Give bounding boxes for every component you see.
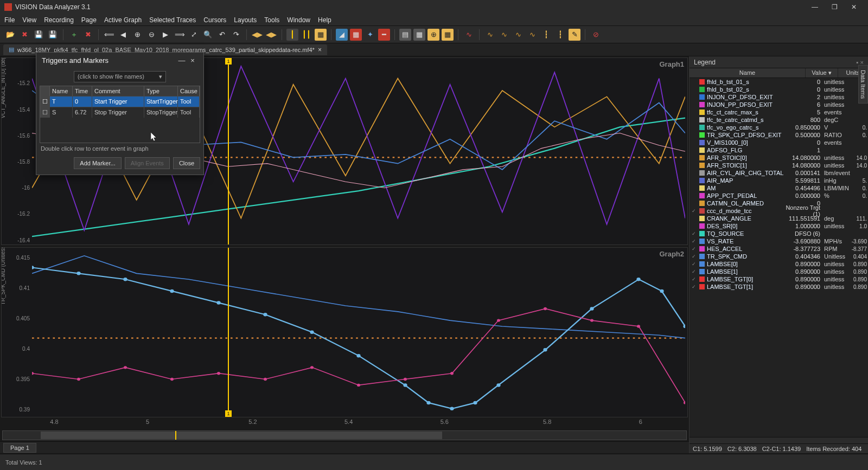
th-name[interactable]: Name bbox=[50, 86, 73, 96]
dialog-close-button[interactable]: Close bbox=[173, 157, 200, 169]
sliders2-icon[interactable]: ┇ bbox=[554, 29, 566, 41]
snap-right-icon[interactable]: ⟹ bbox=[174, 29, 186, 41]
tool-d-icon[interactable]: ━ bbox=[378, 29, 390, 41]
zoom-in-icon[interactable]: ⊕ bbox=[131, 29, 143, 41]
menu-tools[interactable]: Tools bbox=[264, 16, 279, 24]
legend-row[interactable]: ✓TQ_SOURCEDFSO (6) bbox=[690, 230, 868, 237]
wave3-icon[interactable]: ∿ bbox=[512, 29, 524, 41]
redo-icon[interactable]: ↷ bbox=[230, 29, 242, 41]
sliders1-icon[interactable]: ┇ bbox=[540, 29, 552, 41]
graph2-panel[interactable]: Graph2 TR_SPK_CMD (Unitless) 0.4150.410.… bbox=[1, 247, 688, 417]
open-icon[interactable]: 📂 bbox=[4, 29, 16, 41]
grid-c-icon[interactable]: ▦ bbox=[442, 29, 454, 41]
legend-pin-icon[interactable]: ▪ × bbox=[857, 59, 864, 66]
cursor-single-icon[interactable]: ┃ bbox=[286, 29, 298, 41]
menu-recording[interactable]: Recording bbox=[44, 16, 74, 24]
close-button[interactable]: ✕ bbox=[844, 0, 864, 14]
legend-col-value[interactable]: Value ▾ bbox=[806, 68, 838, 78]
tool-b-icon[interactable]: ▦ bbox=[350, 29, 362, 41]
disable-icon[interactable]: ⊘ bbox=[590, 29, 602, 41]
legend-row[interactable]: CRANK_ANGLE111.551591deg111. bbox=[690, 215, 868, 222]
zoom-fit-icon[interactable]: ⤢ bbox=[188, 29, 200, 41]
legend-row[interactable]: ✓TR_SPK_CMD0.404346Unitless0.404 bbox=[690, 253, 868, 260]
menu-view[interactable]: View bbox=[22, 16, 36, 24]
legend-row[interactable]: fhld_b_tst_02_s0unitless bbox=[690, 86, 868, 93]
save-all-icon[interactable]: 💾 bbox=[47, 29, 59, 41]
marker-line-g1[interactable]: 1 bbox=[228, 58, 229, 244]
tab-close-icon[interactable]: × bbox=[318, 46, 322, 54]
note-icon[interactable]: ✎ bbox=[569, 29, 580, 41]
legend-row[interactable]: AIR_CYL_AIR_CHG_TOTAL0.000141lbm/event bbox=[690, 169, 868, 177]
data-items-sidetab[interactable]: Data Items bbox=[858, 65, 868, 104]
legend-row[interactable]: AFR_STOIC[0]14.080000unitless14.0 bbox=[690, 154, 868, 162]
tool-c-icon[interactable]: ✦ bbox=[364, 29, 376, 41]
marker-row[interactable]: ☐T0Start TriggerStartTriggerTool bbox=[40, 96, 200, 107]
legend-row[interactable]: tfc_ct_catrc_max_s5events bbox=[690, 108, 868, 116]
marker-line-g2[interactable]: 1 bbox=[228, 248, 229, 417]
zoom-out-icon[interactable]: ⊖ bbox=[145, 29, 157, 41]
menu-page[interactable]: Page bbox=[81, 16, 97, 24]
marker-row[interactable]: ☐S6.72Stop TriggerStopTriggerTool bbox=[40, 107, 200, 118]
legend-row[interactable]: INJON_PP_DFSO_EXIT6unitless bbox=[690, 101, 868, 108]
menu-active-graph[interactable]: Active Graph bbox=[104, 16, 142, 24]
cursor-mode-left-icon[interactable]: ◀▶ bbox=[251, 29, 263, 41]
legend-row[interactable]: AFR_STOIC[1]14.080000unitless14.0 bbox=[690, 162, 868, 169]
dialog-close-icon[interactable]: × bbox=[187, 56, 198, 65]
wave4-icon[interactable]: ∿ bbox=[526, 29, 538, 41]
dialog-minimize-icon[interactable]: — bbox=[176, 56, 187, 65]
legend-row[interactable]: ✓LAMBSE[0]0.890000unitless0.890 bbox=[690, 260, 868, 268]
th-comment[interactable]: Comment bbox=[92, 86, 144, 96]
menu-cursors[interactable]: Cursors bbox=[203, 16, 226, 24]
th-time[interactable]: Time bbox=[73, 86, 92, 96]
save-icon[interactable]: 💾 bbox=[33, 29, 44, 41]
maximize-button[interactable]: ❐ bbox=[825, 0, 844, 14]
dialog-titlebar[interactable]: Triggers and Markers — × bbox=[36, 53, 203, 68]
legend-row[interactable]: DES_SR[0]1.000000unitless1.0 bbox=[690, 222, 868, 230]
menu-file[interactable]: File bbox=[4, 16, 15, 24]
legend-row[interactable]: ✓ccc_d_mode_tccNonzero Trgt (1) bbox=[690, 207, 868, 215]
undo-icon[interactable]: ↶ bbox=[216, 29, 228, 41]
legend-row[interactable]: ADFSO_FLG1 bbox=[690, 146, 868, 154]
menu-help[interactable]: Help bbox=[318, 16, 331, 24]
prev-icon[interactable]: ◀ bbox=[117, 29, 129, 41]
marker-flag-bottom[interactable]: 1 bbox=[225, 410, 232, 417]
legend-row[interactable]: INJON_CP_DFSO_EXIT2unitless bbox=[690, 93, 868, 101]
minimize-button[interactable]: — bbox=[805, 0, 825, 14]
legend-row[interactable]: AIR_MAP5.599811inHg5. bbox=[690, 177, 868, 184]
legend-row[interactable]: CATMN_OL_ARMED0 bbox=[690, 199, 868, 207]
grid-b-icon[interactable]: ▦ bbox=[413, 29, 425, 41]
tool-a-icon[interactable]: ◢ bbox=[336, 29, 348, 41]
grid-a-icon[interactable]: ▤ bbox=[399, 29, 411, 41]
legend-row[interactable]: APP_PCT_PEDAL0.000000%0. bbox=[690, 192, 868, 199]
snap-left-icon[interactable]: ⟸ bbox=[103, 29, 115, 41]
add-chart-icon[interactable]: ＋ bbox=[68, 29, 80, 41]
cursor-dual-icon[interactable]: ┃┃ bbox=[301, 29, 312, 41]
legend-row[interactable]: V_MIS1000_[0]0events bbox=[690, 139, 868, 146]
scrollbar-thumb[interactable] bbox=[41, 432, 442, 439]
legend-row[interactable]: ✓LAMBSE_TGT[0]0.890000unitless0.890 bbox=[690, 275, 868, 283]
legend-row[interactable]: TR_SPK_CLP_DFSO_EXIT0.500000RATIO0. bbox=[690, 131, 868, 139]
wave-red-icon[interactable]: ∿ bbox=[463, 29, 475, 41]
file-names-dropdown[interactable]: (click to show file names) ▾ bbox=[74, 71, 166, 82]
menu-selected-traces[interactable]: Selected Traces bbox=[149, 16, 196, 24]
add-marker-button[interactable]: Add Marker... bbox=[74, 157, 121, 169]
legend-row[interactable]: tfc_te_catrc_catmd_s800degC bbox=[690, 116, 868, 124]
close-file-icon[interactable]: ✖ bbox=[18, 29, 30, 41]
marker-flag-top[interactable]: 1 bbox=[225, 58, 232, 65]
legend-row[interactable]: ✓VS_RATE-3.690880MPH/s-3.690 bbox=[690, 237, 868, 245]
page-tab[interactable]: Page 1 bbox=[3, 443, 36, 453]
legend-hscroll[interactable] bbox=[690, 437, 868, 443]
th-cause[interactable]: Cause bbox=[178, 86, 200, 96]
legend-row[interactable]: ✓LAMBSE_TGT[1]0.890000unitless0.890 bbox=[690, 283, 868, 291]
zoom-region-icon[interactable]: 🔍 bbox=[202, 29, 214, 41]
legend-row[interactable]: ✓HES_ACCEL-8.377723RPM-8.377 bbox=[690, 245, 868, 253]
next-icon[interactable]: ▶ bbox=[159, 29, 171, 41]
cursor-mode-right-icon[interactable]: ◀▶ bbox=[265, 29, 277, 41]
wave2-icon[interactable]: ∿ bbox=[498, 29, 510, 41]
legend-row[interactable]: AM0.454496LBM/MIN0. bbox=[690, 184, 868, 192]
legend-col-name[interactable]: Name bbox=[690, 68, 806, 78]
wave1-icon[interactable]: ∿ bbox=[484, 29, 496, 41]
menu-layouts[interactable]: Layouts bbox=[234, 16, 257, 24]
th-type[interactable]: Type bbox=[144, 86, 178, 96]
cursor-grid-icon[interactable]: ▦ bbox=[315, 29, 327, 41]
